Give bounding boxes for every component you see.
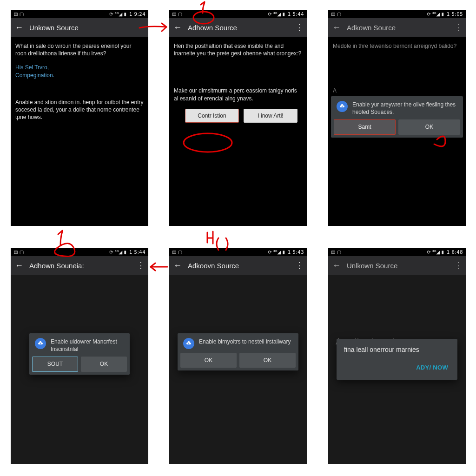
download-icon — [337, 101, 348, 112]
status-clock: 1 5:44 — [288, 12, 304, 17]
content-area: Enable birnyoltrs to nestell irstallwary… — [169, 275, 307, 464]
overflow-menu-icon[interactable]: ⋮ — [136, 260, 145, 271]
app-bar: ← Unkown Source — [11, 18, 148, 37]
appbar-title: Adhown Souneia: — [29, 262, 136, 270]
status-right-icons: ⟳ ³ᴳ◢ ▮ 1 5:43 — [268, 250, 304, 255]
status-bar: ▤ ▢ ⟳ ³ᴳ◢ ▮ 1 6:48 — [328, 248, 466, 256]
dialog-cancel-button[interactable]: SOUT — [32, 357, 78, 371]
status-right-icons: ⟳ ³ᴳ◢ ▮ 1 5:44 — [268, 12, 304, 17]
appbar-title: Unlkown Source — [347, 262, 454, 270]
dialog-ok-button[interactable]: OK — [398, 119, 460, 134]
app-bar: ← Adkown Source ⋮ — [328, 18, 466, 37]
screenshot-2: ▤ ▢ ⟳ ³ᴳ◢ ▮ 1 5:44 ← Adhown Source ⋮ Hen… — [169, 10, 307, 226]
status-left-icons: ▤ ▢ — [13, 12, 24, 17]
overflow-menu-icon[interactable]: ⋮ — [454, 260, 463, 271]
back-icon[interactable]: ← — [172, 23, 183, 33]
button-row: Contr Istion I inow Arti! — [174, 109, 302, 123]
back-icon[interactable]: ← — [331, 261, 342, 271]
status-right-icons: ⟳ ³ᴳ◢ ▮ 1 5:44 — [109, 250, 145, 255]
acknowledge-button[interactable]: I inow Arti! — [244, 109, 298, 123]
download-icon — [183, 338, 194, 349]
dialog-message: Enable birnyoltrs to nestell irstallwary — [199, 338, 291, 345]
app-bar: ← Adhown Source ⋮ — [169, 18, 307, 37]
back-icon[interactable]: ← — [331, 23, 342, 33]
appbar-title: Adkoovn Source — [188, 262, 295, 270]
status-right-icons: ⟳ ³ᴳ◢ ▮ 1 9:24 — [109, 12, 145, 17]
dialog-cancel-button[interactable]: Samt — [334, 119, 396, 134]
app-bar: ← Unlkown Source ⋮ — [328, 256, 466, 275]
instruction-text: Make our dimsltmurm a perc eassiom tanlg… — [174, 87, 302, 102]
status-right-icons: ⟳ ³ᴳ◢ ▮ 1 6:48 — [427, 250, 463, 255]
status-left-icons: ▤ ▢ — [172, 12, 182, 17]
back-icon[interactable]: ← — [13, 23, 25, 33]
content-area: What in sale do wiro.in the peares enein… — [11, 37, 148, 226]
status-left-icons: ▤ ▢ — [331, 12, 341, 17]
back-icon[interactable]: ← — [172, 261, 183, 271]
dialog-ok-button-2[interactable]: OK — [239, 353, 296, 368]
dialog-ok-button-1[interactable]: OK — [180, 353, 237, 368]
confirm-dialog: Enable birnyoltrs to nestell irstallwary… — [178, 333, 298, 370]
screenshot-1: ▤ ▢ ⟳ ³ᴳ◢ ▮ 1 9:24 ← Unkown Source What … — [11, 10, 148, 226]
status-left-icons: ▤ ▢ — [172, 250, 182, 255]
status-left-icons: ▤ ▢ — [331, 250, 341, 255]
continue-button[interactable]: Contr Istion — [185, 109, 239, 123]
link-2[interactable]: Compegination. — [15, 72, 144, 79]
app-bar: ← Adhown Souneia: ⋮ — [11, 256, 148, 275]
status-clock: 1 5:43 — [288, 250, 304, 255]
confirm-dialog: Enable yur areywrer the olive fiesling t… — [331, 96, 463, 138]
overflow-menu-icon[interactable]: ⋮ — [454, 22, 463, 33]
back-icon[interactable]: ← — [13, 261, 25, 271]
status-clock: 1 5:05 — [447, 12, 463, 17]
dialog-action-button[interactable]: ADY/ NOW — [412, 361, 452, 375]
status-bar: ▤ ▢ ⟳ ³ᴳ◢ ▮ 1 5:44 — [11, 248, 148, 256]
screenshot-5: ▤ ▢ ⟳ ³ᴳ◢ ▮ 1 5:43 ← Adkoovn Source ⋮ En… — [169, 248, 307, 464]
dialog-message: Enable uidowrer Mancrfest Inscinstnlal — [51, 338, 124, 353]
screenshot-4: ▤ ▢ ⟳ ³ᴳ◢ ▮ 1 5:44 ← Adhown Souneia: ⋮ E… — [11, 248, 148, 464]
status-bar: ▤ ▢ ⟳ ³ᴳ◢ ▮ 1 5:44 — [169, 10, 307, 18]
intro-text: What in sale do wiro.in the peares enein… — [15, 42, 144, 57]
content-area: Medole in thre tewenlso bernont arreigny… — [328, 37, 466, 226]
intro-text: Medole in thre tewenlso bernont arreigny… — [333, 42, 461, 50]
dialog-ok-button[interactable]: OK — [81, 357, 127, 371]
overflow-menu-icon[interactable]: ⋮ — [295, 22, 304, 33]
content-area: Hen the posthaltion that esse insible th… — [169, 37, 307, 226]
status-clock: 1 5:44 — [129, 250, 145, 255]
para-2: Anable and stion dimon in. henp for outb… — [15, 99, 144, 121]
screenshot-6: ▤ ▢ ⟳ ³ᴳ◢ ▮ 1 6:48 ← Unlkown Source ⋮ An… — [328, 248, 466, 464]
app-bar: ← Adkoovn Source ⋮ — [169, 256, 307, 275]
appbar-title: Adkown Source — [347, 24, 454, 32]
dialog-message: fina leall onerrour marnies — [337, 339, 457, 357]
status-clock: 1 6:48 — [447, 250, 463, 255]
status-clock: 1 9:24 — [129, 12, 145, 17]
side-label-a: A — [333, 87, 461, 94]
appbar-title: Unkown Source — [29, 24, 145, 32]
link-1[interactable]: His Sel Trvro, — [15, 64, 144, 71]
status-right-icons: ⟳ ³ᴳ◢ ▮ 1 5:05 — [427, 12, 463, 17]
snackbar-dialog: fina leall onerrour marnies ADY/ NOW — [337, 339, 457, 380]
screenshot-3: ▤ ▢ ⟳ ³ᴳ◢ ▮ 1 5:05 ← Adkown Source ⋮ Med… — [328, 10, 466, 226]
status-bar: ▤ ▢ ⟳ ³ᴳ◢ ▮ 1 5:43 — [169, 248, 307, 256]
content-area: Anedie sle ank fina leall onerrour marni… — [328, 275, 466, 464]
status-bar: ▤ ▢ ⟳ ³ᴳ◢ ▮ 1 9:24 — [11, 10, 148, 18]
status-left-icons: ▤ ▢ — [13, 250, 24, 255]
content-area: Enable uidowrer Mancrfest Inscinstnlal S… — [11, 275, 148, 464]
dialog-message: Enable yur areywrer the olive fiesling t… — [352, 101, 457, 116]
appbar-title: Adhown Source — [188, 24, 295, 32]
intro-text: Hen the posthaltion that esse insible th… — [174, 42, 302, 57]
download-icon — [35, 338, 46, 349]
status-bar: ▤ ▢ ⟳ ³ᴳ◢ ▮ 1 5:05 — [328, 10, 466, 18]
overflow-menu-icon[interactable]: ⋮ — [295, 260, 304, 271]
confirm-dialog: Enable uidowrer Mancrfest Inscinstnlal S… — [29, 333, 130, 375]
